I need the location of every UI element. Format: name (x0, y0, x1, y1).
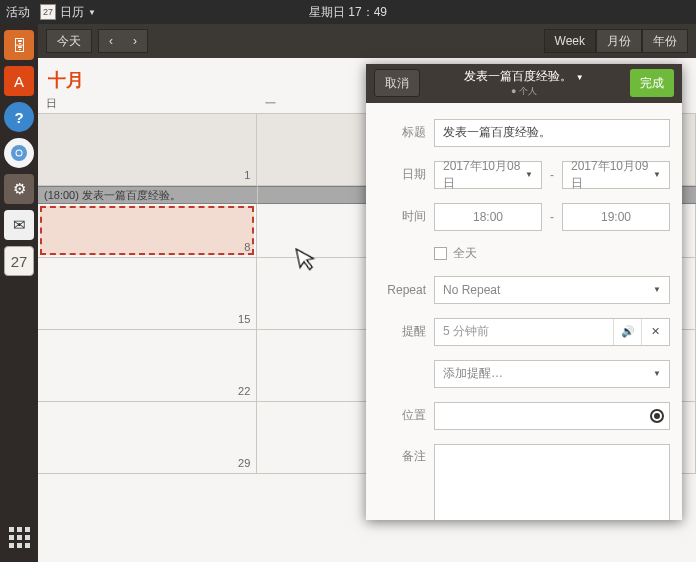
chevron-down-icon: ▼ (525, 170, 533, 179)
dialog-header: 取消 发表一篇百度经验。 ▼ ● 个人 完成 (366, 64, 682, 103)
locate-icon[interactable] (650, 409, 664, 423)
chevron-down-icon: ▼ (653, 285, 661, 294)
gnome-topbar: 活动 27 日历 ▼ 星期日 17：49 (0, 0, 696, 24)
prev-button[interactable]: ‹ (99, 30, 123, 52)
help-launcher-icon[interactable]: ? (4, 102, 34, 132)
allday-checkbox[interactable]: 全天 (434, 245, 670, 262)
done-button[interactable]: 完成 (630, 69, 674, 97)
sound-icon[interactable]: 🔊 (613, 319, 641, 345)
event-editor-dialog: 取消 发表一篇百度经验。 ▼ ● 个人 完成 标题 日期 2017年10月08日… (366, 64, 682, 520)
nav-group: ‹ › (98, 29, 148, 53)
day-cell[interactable]: 8 (38, 204, 257, 257)
activities-button[interactable]: 活动 (6, 4, 30, 21)
dialog-title: 发表一篇百度经验。 ▼ ● 个人 (464, 68, 583, 98)
view-switcher: Week 月份 年份 (544, 29, 688, 53)
time-to-picker[interactable]: 19:00 (562, 203, 670, 231)
chevron-down-icon: ▼ (653, 369, 661, 378)
svg-point-2 (17, 151, 22, 156)
checkbox-icon (434, 247, 447, 260)
calendar-event[interactable]: (18:00) 发表一篇百度经验。 (38, 186, 258, 204)
show-applications-button[interactable] (4, 522, 34, 552)
dash-separator: - (550, 168, 554, 182)
day-cell[interactable]: 1 (38, 114, 257, 185)
reminder-value: 5 分钟前 (435, 323, 613, 340)
app-menu-label: 日历 (60, 4, 84, 21)
chevron-down-icon: ▼ (653, 170, 661, 179)
calendar-app-icon: 27 (40, 4, 56, 20)
label-reminder: 提醒 (378, 323, 426, 340)
time-from-picker[interactable]: 18:00 (434, 203, 542, 231)
cancel-button[interactable]: 取消 (374, 69, 420, 97)
view-month[interactable]: 月份 (596, 29, 642, 53)
settings-launcher-icon[interactable]: ⚙ (4, 174, 34, 204)
calendar-toolbar: 今天 ‹ › Week 月份 年份 (38, 24, 696, 58)
date-from-picker[interactable]: 2017年10月08日▼ (434, 161, 542, 189)
date-to-picker[interactable]: 2017年10月09日▼ (562, 161, 670, 189)
label-repeat: Repeat (378, 283, 426, 297)
chromium-icon (10, 144, 28, 162)
today-button[interactable]: 今天 (46, 29, 92, 53)
allday-label: 全天 (453, 245, 477, 262)
label-location: 位置 (378, 407, 426, 424)
calendar-launcher-icon[interactable]: 27 (4, 246, 34, 276)
reminder-item: 5 分钟前 🔊 ✕ (434, 318, 670, 346)
dash-separator: - (550, 210, 554, 224)
day-cell[interactable]: 15 (38, 258, 257, 329)
software-launcher-icon[interactable]: A (4, 66, 34, 96)
dialog-title-text: 发表一篇百度经验。 (464, 69, 572, 83)
chevron-down-icon: ▼ (88, 8, 96, 17)
chevron-down-icon: ▼ (576, 73, 584, 82)
files-launcher-icon[interactable]: 🗄 (4, 30, 34, 60)
view-year[interactable]: 年份 (642, 29, 688, 53)
location-input[interactable] (434, 402, 670, 430)
day-cell[interactable]: 22 (38, 330, 257, 401)
title-input[interactable] (434, 119, 670, 147)
label-title: 标题 (378, 124, 426, 141)
repeat-select[interactable]: No Repeat▼ (434, 276, 670, 304)
remove-reminder-button[interactable]: ✕ (641, 319, 669, 345)
chromium-launcher-icon[interactable] (4, 138, 34, 168)
label-time: 时间 (378, 208, 426, 225)
clock[interactable]: 星期日 17：49 (309, 4, 387, 21)
day-hdr-sun: 日 (38, 96, 257, 111)
label-date: 日期 (378, 166, 426, 183)
app-menu[interactable]: 27 日历 ▼ (40, 4, 96, 21)
event-label: (18:00) 发表一篇百度经验。 (44, 188, 181, 203)
label-notes: 备注 (378, 444, 426, 465)
day-cell[interactable]: 29 (38, 402, 257, 473)
add-reminder-select[interactable]: 添加提醒…▼ (434, 360, 670, 388)
notes-textarea[interactable] (434, 444, 670, 520)
mail-launcher-icon[interactable]: ✉ (4, 210, 34, 240)
view-week[interactable]: Week (544, 29, 596, 53)
launcher-dock: 🗄 A ? ⚙ ✉ 27 (0, 24, 38, 562)
selection-outline (40, 206, 254, 255)
dialog-subtitle: ● 个人 (464, 85, 583, 98)
next-button[interactable]: › (123, 30, 147, 52)
dialog-body: 标题 日期 2017年10月08日▼ - 2017年10月09日▼ 时间 18:… (366, 103, 682, 520)
